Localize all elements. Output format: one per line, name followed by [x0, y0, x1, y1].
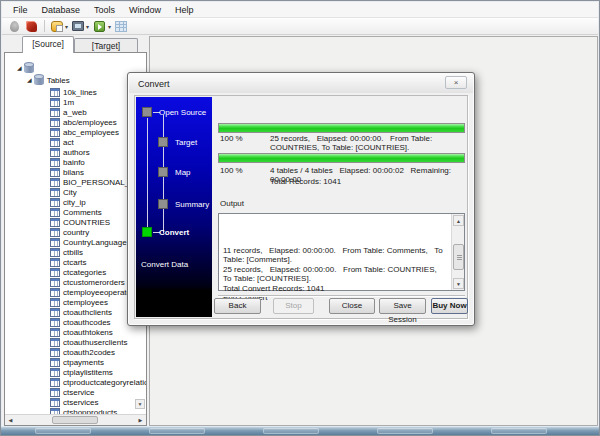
view-button[interactable]: ▾ [70, 19, 91, 34]
view-icon [72, 21, 84, 31]
taskbar-segment[interactable] [263, 428, 319, 434]
tree-item[interactable]: authors [50, 147, 90, 157]
source-panel: [Source] [Target] ◢ ◢ Tables 10k_lines [4, 36, 147, 426]
run-button[interactable]: ▾ [91, 19, 113, 34]
table-icon [50, 158, 60, 167]
tree-item-label: ctoauthuserclients [63, 338, 127, 347]
tables-folder-icon [34, 75, 44, 85]
table-icon [50, 98, 60, 107]
tree-item[interactable]: ctplaylistitems [50, 367, 113, 377]
expander-icon[interactable]: ◢ [27, 75, 32, 85]
tree-item[interactable]: ctcarts [50, 257, 87, 267]
tree-item[interactable]: ctcategories [50, 267, 106, 277]
tree-item[interactable]: ctproductcategoryrelation [50, 377, 147, 387]
run-icon [94, 21, 105, 32]
table-icon [50, 358, 60, 367]
tree-item[interactable]: ctoauthtokens [50, 327, 113, 337]
table-icon [50, 348, 60, 357]
expander-icon[interactable]: ◢ [17, 63, 22, 73]
table-icon [50, 268, 60, 277]
menu-bar: FileDatabaseToolsWindowHelp [2, 2, 598, 18]
tree-item[interactable]: abc_employees [50, 127, 119, 137]
menu-item[interactable]: File [6, 3, 35, 17]
table-icon [50, 238, 60, 247]
table-icon [50, 318, 60, 327]
tree-item[interactable]: a_web [50, 107, 87, 117]
tree-item[interactable]: ctoauthcodes [50, 317, 111, 327]
tree-item-label: 1m [63, 98, 74, 107]
tab-target[interactable]: [Target] [74, 38, 138, 52]
connect-button[interactable] [23, 19, 40, 34]
tree-item[interactable]: bainfo [50, 157, 85, 167]
table-icon [50, 88, 60, 97]
menu-item[interactable]: Window [122, 3, 168, 17]
open-database-button[interactable]: ▾ [49, 19, 70, 34]
tree-item-label: act [63, 138, 74, 147]
tab-source[interactable]: [Source] [22, 36, 74, 53]
table-icon [50, 198, 60, 207]
menu-item[interactable]: Help [168, 3, 201, 17]
output-vscrollbar[interactable]: ▲ ▼ [451, 214, 464, 290]
output-line: 11 records, Elapsed: 00:00:00. From Tabl… [223, 246, 447, 265]
tree-hscrollbar[interactable]: ◀ ▶ [5, 414, 146, 425]
tree-item[interactable]: city_ip [50, 197, 86, 207]
tree-item[interactable]: 1m [50, 97, 74, 107]
taskbar-segment[interactable] [149, 428, 205, 434]
tree-root-node[interactable]: ◢ [17, 63, 37, 73]
tree-item[interactable]: ctbills [50, 247, 83, 257]
chevron-down-icon[interactable]: ▾ [86, 23, 89, 30]
menu-item[interactable]: Tools [87, 3, 122, 17]
tree-item[interactable]: abc/employees [50, 117, 117, 127]
tree-item-label: a_web [63, 108, 87, 117]
tree-item[interactable]: Comments [50, 207, 102, 217]
chevron-down-icon[interactable]: ▾ [65, 23, 68, 30]
tree-tables-node[interactable]: ◢ Tables [27, 75, 70, 85]
back-button[interactable]: Back [214, 298, 261, 314]
tree-item[interactable]: ctemployees [50, 297, 108, 307]
taskbar-segment[interactable] [491, 428, 547, 434]
tree-item-label: country [63, 228, 89, 237]
tree-item[interactable]: ctoauth2codes [50, 347, 115, 357]
save-session-button[interactable]: Save Session [379, 298, 426, 314]
output-line: Total Convert Records: 1041 [223, 284, 447, 294]
scroll-left-icon[interactable]: ◀ [5, 415, 16, 425]
tree-item-label: bilans [63, 168, 84, 177]
step-box-convert [142, 227, 152, 237]
tree-item[interactable]: ctpayments [50, 357, 104, 367]
tree-vscroll-down-icon[interactable]: ▼ [135, 399, 145, 409]
table-icon [50, 388, 60, 397]
toolbar: ▾ ▾ ▾ [2, 18, 598, 35]
tree-item[interactable]: ctcustomerorders [50, 277, 125, 287]
chevron-down-icon[interactable]: ▾ [108, 23, 111, 30]
tree-item[interactable]: country [50, 227, 89, 237]
tree-item-label: COUNTRIES [63, 218, 110, 227]
tree-item[interactable]: ctservices [50, 397, 99, 407]
close-button[interactable]: Close [329, 298, 375, 314]
tree-item[interactable]: 10k_lines [50, 87, 97, 97]
buy-now-button[interactable]: Buy Now [431, 298, 468, 314]
tree-item[interactable]: CountryLanguage [50, 237, 127, 247]
scroll-right-icon[interactable]: ▶ [135, 415, 146, 425]
taskbar-segment[interactable] [377, 428, 433, 434]
tree-item[interactable]: act [50, 137, 74, 147]
output-box[interactable]: 11 records, Elapsed: 00:00:00. From Tabl… [218, 213, 465, 291]
tree-item[interactable]: ctoauthuserclients [50, 337, 127, 347]
vscroll-thumb[interactable] [453, 244, 464, 270]
close-icon[interactable]: × [445, 76, 467, 89]
scroll-down-icon[interactable]: ▼ [453, 278, 464, 289]
table-icon [50, 258, 60, 267]
tree-item[interactable]: ctoauthclients [50, 307, 112, 317]
menu-item[interactable]: Database [35, 3, 88, 17]
tree-item[interactable]: COUNTRIES [50, 217, 110, 227]
table-icon [50, 118, 60, 127]
taskbar-segment[interactable] [35, 428, 91, 434]
tree-item[interactable]: ctservice [50, 387, 95, 397]
tree-item[interactable]: bilans [50, 167, 84, 177]
scroll-up-icon[interactable]: ▲ [453, 215, 464, 226]
tree-item[interactable]: City [50, 187, 77, 197]
dialog-titlebar[interactable]: Convert [129, 74, 473, 93]
hscroll-thumb[interactable] [52, 416, 98, 424]
grid-button[interactable] [113, 19, 129, 34]
pin-button[interactable] [6, 19, 23, 34]
table-icon [50, 228, 60, 237]
